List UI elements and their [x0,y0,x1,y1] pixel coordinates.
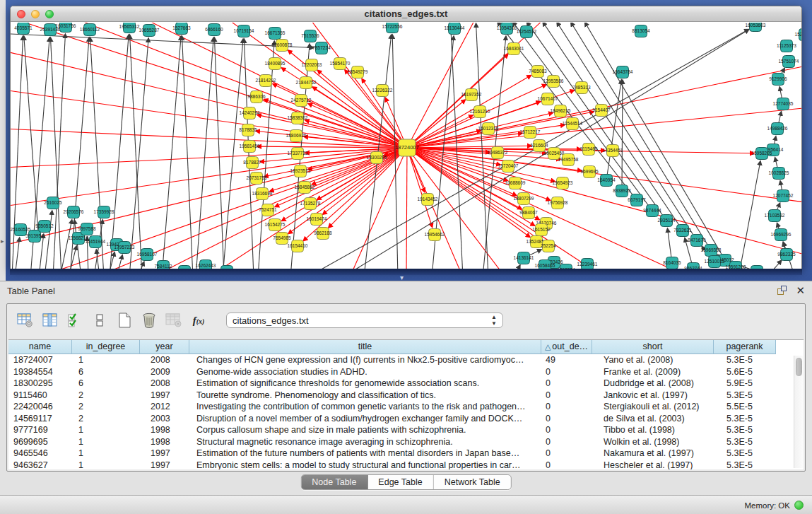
graph-node[interactable]: 7515526 [301,30,319,42]
citation-edge-red[interactable] [303,148,407,241]
citation-edge-red[interactable] [407,23,477,148]
graph-node[interactable]: 1527663 [172,23,191,35]
show-columns-icon[interactable] [40,310,60,330]
graph-node[interactable]: 7832621 [673,225,692,237]
table-row[interactable]: 969969511998Structural magnetic resonanc… [8,436,793,448]
graph-node[interactable]: 15954662 [425,229,445,241]
graph-node[interactable]: 19565312 [119,23,140,33]
citation-edge-red[interactable] [350,148,407,269]
citation-edge[interactable] [451,23,463,269]
graph-node[interactable]: 18660112 [80,24,100,36]
graph-node[interactable]: 9886306 [247,91,266,103]
citation-edge[interactable] [526,23,666,221]
graph-node[interactable]: 14136141 [514,252,534,264]
citation-edge-red[interactable] [11,23,407,148]
column-header-in_degree[interactable]: in_degree [72,340,140,354]
column-header-short[interactable]: short [592,340,714,354]
graph-node[interactable]: 12774035 [773,98,794,110]
citation-edge[interactable] [606,80,621,180]
citation-edge[interactable] [51,37,61,269]
graph-node[interactable]: 16969296 [771,229,792,241]
citation-edge[interactable] [11,34,314,48]
graph-node[interactable]: 7485083 [529,66,547,78]
citation-edge-red[interactable] [317,148,407,200]
column-header-name[interactable]: name [8,340,72,354]
graph-node[interactable]: 7654985 [273,233,291,245]
graph-node[interactable]: 2616025 [44,197,62,209]
control-panel-collapse-arrow[interactable]: ▸ [1,238,4,245]
function-builder-icon[interactable]: f(x) [189,310,208,330]
zoom-window-icon[interactable] [45,10,54,18]
graph-node[interactable]: 9474444 [643,205,661,217]
citation-edge[interactable] [244,39,254,269]
network-window[interactable]: citations_edges.txt 18724007403557120391… [10,6,802,269]
graph-node[interactable]: 10719154 [234,25,254,37]
graph-node[interactable]: 18130444 [445,23,465,35]
graph-node[interactable]: 11544514 [563,118,583,130]
table-row[interactable]: 1830029562008Estimation of significance … [8,378,793,390]
graph-node[interactable]: 15751074 [779,56,799,68]
table-mode-icon[interactable] [16,310,35,330]
graph-node[interactable]: 8471670 [688,235,706,247]
graph-node[interactable]: 10028825 [769,168,789,180]
graph-node[interactable]: 16843041 [504,43,524,55]
column-header-title[interactable]: title [189,340,541,354]
tab-network-table[interactable]: Network Table [434,475,511,489]
create-column-icon[interactable] [114,310,134,330]
close-panel-icon[interactable]: ✕ [796,286,805,296]
network-window-titlebar[interactable]: citations_edges.txt [11,6,801,22]
graph-node[interactable]: 20206576 [64,206,84,218]
graph-node[interactable]: 7524751 [259,204,277,216]
graph-node[interactable]: 10655287 [139,25,160,37]
graph-node[interactable]: 21814292 [256,75,276,87]
citation-edge[interactable] [45,211,52,269]
graph-node[interactable]: 18496215 [551,105,571,117]
graph-node[interactable]: 7584112 [155,261,172,269]
citation-edge[interactable] [767,260,782,269]
column-header-pagerank[interactable]: pagerank [714,340,776,354]
citation-edge-red[interactable] [407,148,551,200]
graph-node[interactable]: 252254 [541,240,556,252]
graph-node[interactable]: 9115460 [580,144,598,156]
graph-node[interactable]: 8938923 [613,185,631,197]
tab-edge-table[interactable]: Edge Table [367,475,433,489]
citation-edge[interactable] [571,23,711,250]
citation-edge[interactable] [129,38,148,269]
citation-edge-red[interactable] [407,112,594,148]
graph-node[interactable]: 11254512 [517,26,537,38]
citation-edge[interactable] [513,23,652,211]
citation-edge[interactable] [585,23,725,260]
graph-node[interactable]: 16969358 [701,245,722,257]
graph-node[interactable]: 15722556 [382,23,403,33]
vertical-scrollbar[interactable] [794,356,803,468]
graph-node[interactable]: 13226322 [372,85,393,97]
graph-node[interactable]: 22600878 [272,40,293,52]
graph-node[interactable]: 12239461 [577,259,598,269]
citation-edge[interactable] [557,23,697,240]
delete-column-icon[interactable] [139,310,159,330]
graph-node[interactable]: 8813054 [632,25,650,37]
graph-node[interactable]: 17359928 [94,206,114,218]
graph-node[interactable]: 16197352 [461,89,482,101]
graph-node[interactable]: 6679197 [628,194,646,206]
table-row[interactable]: 977716911998Corpus callosum shape and si… [8,424,793,436]
graph-node[interactable]: 8178827 [243,157,261,169]
graph-node[interactable]: 24275712 [291,95,312,107]
table-row[interactable]: 1938455462009Genome-wide association stu… [8,366,793,378]
graph-node[interactable]: 16262443 [196,260,216,269]
select-all-icon[interactable] [65,310,85,330]
citation-edge-red[interactable] [152,148,407,269]
graph-node[interactable]: 9129906 [769,74,787,86]
graph-node[interactable]: 16154410 [288,240,308,252]
table-row[interactable]: 946362711997Embryonic stem cells: a mode… [8,460,793,470]
graph-node-hub[interactable]: 18724007 [395,139,418,156]
graph-node[interactable]: 18400895 [265,58,286,70]
citation-edge-red[interactable] [406,148,407,269]
graph-node[interactable]: 15218586 [795,29,802,41]
citation-edge[interactable] [739,161,760,269]
table-row[interactable]: 1872400712008Changes of HCN gene express… [8,354,793,366]
citation-edge[interactable] [476,23,488,269]
network-canvas[interactable]: 1872400740355712039143616031756186601121… [11,23,801,269]
scrollbar-thumb[interactable] [796,358,802,376]
column-header-year[interactable]: year [140,340,189,354]
